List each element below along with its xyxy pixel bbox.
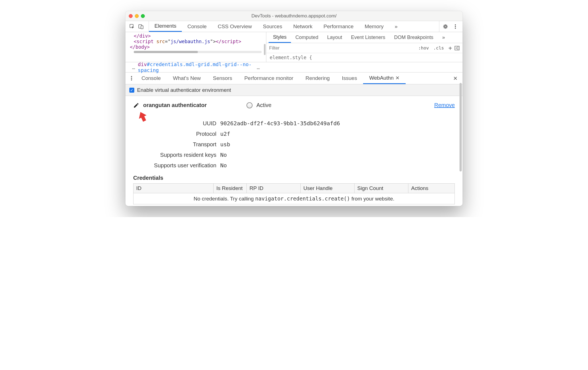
horizontal-scrollbar[interactable] [134, 51, 262, 53]
breadcrumb-next[interactable]: … [254, 64, 262, 70]
kebab-menu-icon[interactable] [453, 24, 458, 29]
code: </ [134, 33, 139, 39]
close-icon[interactable]: ✕ [395, 75, 400, 81]
drawer-tab-whats-new[interactable]: What's New [167, 72, 207, 84]
active-label: Active [256, 102, 271, 108]
authenticator-header: orangutan authenticator Active Remove [133, 102, 455, 108]
breadcrumb-row: … div#credentials.mdl-grid.mdl-grid--no-… [125, 62, 463, 72]
vertical-scrollbar[interactable] [460, 33, 462, 203]
svg-rect-6 [455, 46, 459, 50]
col-rp-id[interactable]: RP ID [247, 184, 301, 193]
svg-point-9 [131, 78, 132, 79]
prop-row: UUID90262adb-df2f-4c93-9bb1-35db6249afd6 [133, 120, 455, 127]
tab-css-overview[interactable]: CSS Overview [212, 21, 258, 32]
col-sign-count[interactable]: Sign Count [355, 184, 408, 193]
tab-memory[interactable]: Memory [359, 21, 389, 32]
svg-point-8 [131, 76, 132, 77]
drawer-tab-webauthn[interactable]: WebAuthn✕ [363, 72, 405, 84]
annotation-arrow-icon [136, 110, 150, 126]
credentials-heading: Credentials [133, 175, 455, 181]
active-radio[interactable] [246, 102, 253, 108]
styles-tab-styles[interactable]: Styles [269, 32, 291, 43]
main-tabs: Elements Console CSS Overview Sources Ne… [149, 21, 403, 32]
drawer-tab-rendering[interactable]: Rendering [300, 72, 336, 84]
styles-tabs-overflow[interactable]: » [438, 32, 449, 43]
styles-tab-computed[interactable]: Computed [291, 32, 323, 43]
tab-console[interactable]: Console [182, 21, 212, 32]
hov-toggle[interactable]: :hov [416, 45, 431, 51]
enable-label: Enable virtual authenticator environment [137, 87, 231, 93]
window-title: DevTools - webauthndemo.appspot.com/ [125, 13, 463, 19]
styles-panel: Styles Computed Layout Event Listeners D… [266, 32, 463, 62]
enable-checkbox[interactable]: ✓ [129, 88, 134, 93]
breadcrumb-item[interactable]: div#credentials.mdl-grid.mdl-grid--no-sp… [138, 61, 254, 73]
toolbar-right [439, 21, 460, 32]
authenticator-properties: UUID90262adb-df2f-4c93-9bb1-35db6249afd6… [133, 120, 455, 169]
svg-point-10 [131, 79, 132, 80]
styles-rules[interactable]: element.style { [266, 53, 463, 62]
tabs-overflow[interactable]: » [389, 21, 403, 32]
gear-icon[interactable] [443, 24, 448, 29]
new-style-rule-button[interactable]: + [446, 45, 454, 51]
toolbar-left [128, 21, 149, 32]
device-toggle-icon[interactable] [138, 24, 144, 29]
drawer-tab-sensors[interactable]: Sensors [207, 72, 238, 84]
dom-tree[interactable]: </div> <script src="js/webauthn.js"></sc… [125, 32, 266, 62]
svg-point-3 [455, 24, 456, 25]
tab-performance[interactable]: Performance [318, 21, 359, 32]
tab-sources[interactable]: Sources [257, 21, 288, 32]
svg-point-4 [455, 26, 456, 27]
styles-filter-bar: :hov .cls + [266, 43, 463, 53]
styles-tab-bar: Styles Computed Layout Event Listeners D… [266, 32, 463, 43]
prop-row: Transportusb [133, 141, 455, 148]
styles-filter-input[interactable] [269, 45, 416, 51]
window-body: Elements Console CSS Overview Sources Ne… [125, 21, 463, 206]
drawer: Console What's New Sensors Performance m… [125, 72, 463, 84]
authenticator-name: orangutan authenticator [143, 102, 207, 108]
drawer-tab-console[interactable]: Console [135, 72, 167, 84]
breadcrumb-prev[interactable]: … [129, 64, 138, 70]
styles-tab-dom-breakpoints[interactable]: DOM Breakpoints [390, 32, 438, 43]
sidebar-toggle-icon[interactable] [454, 45, 460, 51]
drawer-more-icon[interactable] [128, 75, 135, 81]
col-is-resident[interactable]: Is Resident [214, 184, 247, 193]
remove-link[interactable]: Remove [434, 102, 455, 108]
tab-network[interactable]: Network [288, 21, 318, 32]
enable-virtual-authenticator-bar: ✓ Enable virtual authenticator environme… [125, 84, 463, 96]
drawer-tab-performance-monitor[interactable]: Performance monitor [238, 72, 299, 84]
titlebar: DevTools - webauthndemo.appspot.com/ [125, 11, 463, 21]
devtools-window: DevTools - webauthndemo.appspot.com/ Ele… [125, 11, 463, 206]
pane-resizer[interactable] [263, 32, 266, 62]
credentials-empty: No credentials. Try calling navigator.cr… [133, 193, 455, 204]
prop-row: Supports user verificationNo [133, 162, 455, 169]
main-tab-bar: Elements Console CSS Overview Sources Ne… [125, 21, 463, 32]
cls-toggle[interactable]: .cls [431, 45, 446, 51]
styles-tab-event-listeners[interactable]: Event Listeners [347, 32, 390, 43]
svg-rect-2 [141, 26, 143, 29]
inspect-icon[interactable] [129, 24, 135, 29]
col-id[interactable]: ID [133, 184, 214, 193]
drawer-tab-issues[interactable]: Issues [336, 72, 363, 84]
elements-styles-split: </div> <script src="js/webauthn.js"></sc… [125, 32, 463, 62]
drawer-tab-bar: Console What's New Sensors Performance m… [125, 72, 463, 84]
prop-row: Protocolu2f [133, 131, 455, 137]
authenticator-section: orangutan authenticator Active Remove UU… [125, 96, 463, 206]
col-user-handle[interactable]: User Handle [301, 184, 355, 193]
styles-tab-layout[interactable]: Layout [323, 32, 347, 43]
col-actions[interactable]: Actions [408, 184, 455, 193]
tab-elements[interactable]: Elements [149, 21, 182, 32]
credentials-table: ID Is Resident RP ID User Handle Sign Co… [133, 183, 455, 204]
prop-row: Supports resident keysNo [133, 152, 455, 158]
svg-point-5 [455, 28, 456, 29]
drawer-close-icon[interactable]: ✕ [450, 75, 460, 82]
edit-icon[interactable] [133, 102, 139, 108]
